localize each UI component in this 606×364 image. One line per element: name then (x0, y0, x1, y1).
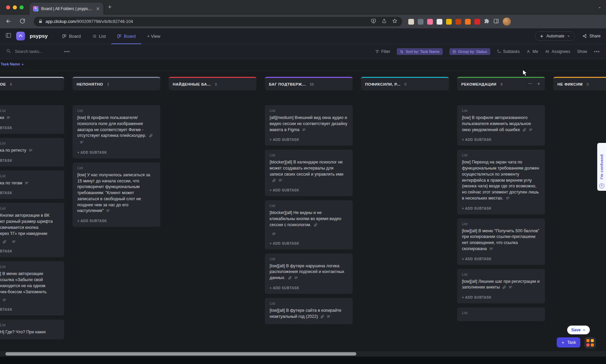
add-subtask-button[interactable]: + ADD SUBTASK (270, 138, 348, 142)
search-more-icon[interactable]: ••• (64, 49, 70, 54)
automate-button[interactable]: Automate (535, 31, 575, 41)
task-card[interactable]: List[blocker][all] В календаре психолог … (265, 150, 353, 196)
add-subtask-button[interactable]: BTASK (0, 308, 59, 311)
add-subtask-button[interactable]: BTASK (0, 159, 59, 162)
group-by-pill[interactable]: Group by: Status (449, 48, 490, 55)
tab-close-icon[interactable]: ✕ (96, 6, 100, 11)
extension-icon[interactable] (437, 19, 442, 25)
task-card[interactable]: List[low] В профиле пользователя/психоло… (73, 105, 160, 158)
sort-by-pill[interactable]: Sort by: Task Name (397, 48, 442, 55)
task-card[interactable]: List (457, 307, 545, 321)
task-card[interactable]: List[low] У нас получилось записаться за… (73, 162, 160, 227)
workspace-name[interactable]: psypsy (30, 33, 48, 39)
column-header[interactable]: БАГ ПОДТВЕРЖ...56 (265, 77, 353, 90)
scrollbar-thumb[interactable] (5, 352, 356, 356)
extension-icon[interactable] (418, 19, 423, 25)
sort-chip[interactable]: Task Name ▲ (1, 62, 24, 66)
me-filter-button[interactable]: Me (526, 49, 538, 54)
extension-icon[interactable] (465, 19, 471, 25)
add-subtask-button[interactable]: BTASK (0, 126, 59, 130)
column-header[interactable]: НАЙДЕННЫЕ БА...0 (169, 77, 256, 90)
toolbar-more-icon[interactable]: ••• (594, 49, 600, 54)
window-close-button[interactable] (6, 5, 10, 9)
subtasks-button[interactable]: Subtasks (497, 49, 520, 54)
sidebar-toggle-icon[interactable] (5, 32, 11, 40)
task-card[interactable]: List[low][all] В футере нарушена логика … (265, 253, 353, 294)
extension-icon[interactable] (427, 19, 433, 25)
task-card[interactable]: ListН] Где? Что? При каких (0, 320, 64, 339)
column-more-icon[interactable] (528, 81, 532, 87)
share-page-icon[interactable] (382, 19, 387, 25)
back-icon[interactable] (5, 18, 11, 26)
add-subtask-button[interactable]: + ADD SUBTASK (270, 286, 348, 290)
show-button[interactable]: Show (577, 49, 587, 54)
add-subtask-button[interactable]: + ADD SUBTASK (270, 188, 348, 192)
bookmark-star-icon[interactable] (392, 18, 397, 25)
search-input[interactable] (14, 49, 59, 54)
column-add-task-icon[interactable] (536, 81, 541, 87)
address-bar[interactable]: app.clickup.com/9002097798/v/b/8c92746-1… (34, 17, 402, 26)
view-tab-board-active[interactable]: Board (111, 28, 141, 44)
reload-icon[interactable] (20, 18, 25, 25)
task-card[interactable]: ListКнопки авторизации в ВКют разный раз… (0, 203, 64, 257)
filter-button[interactable]: Filter (375, 49, 390, 54)
add-subtask-button[interactable]: + ADD SUBTASK (462, 138, 540, 142)
profile-avatar[interactable] (503, 18, 511, 26)
add-subtask-button[interactable]: + ADD SUBTASK (270, 242, 348, 245)
description-icon (508, 285, 513, 291)
save-button[interactable]: Save (567, 326, 590, 334)
extension-icon[interactable] (446, 19, 452, 25)
horizontal-scrollbar[interactable] (0, 351, 606, 357)
extension-icon[interactable] (456, 19, 461, 25)
tab-search-chevron-icon[interactable]: ⌄ (598, 4, 601, 9)
feedback-button[interactable]: I'm confused ? (597, 143, 606, 191)
add-subtask-button[interactable]: BTASK (0, 191, 59, 195)
add-subtask-button[interactable]: + ADD SUBTASK (77, 151, 156, 154)
card-text: Кнопки авторизации в ВК (0, 213, 59, 219)
column-header[interactable]: НЕПОНЯТНО2 (73, 77, 160, 90)
assignees-button[interactable]: Assignees (545, 49, 570, 54)
task-card[interactable]: Listка по ретестуBTASK (0, 138, 64, 166)
column-title: НЕ ФИКСИМ (557, 82, 583, 86)
add-subtask-button[interactable]: + ADD SUBTASK (462, 257, 540, 261)
column-header[interactable]: РЕКОМЕНДАЦИИ9 (457, 77, 545, 90)
extension-icon[interactable] (408, 19, 414, 25)
column-header[interactable]: ОЕ6 (0, 77, 64, 90)
side-panel-icon[interactable] (493, 18, 499, 25)
new-tab-button[interactable]: + (108, 4, 112, 11)
quick-apps-button[interactable] (584, 337, 596, 348)
card-text: [low] У нас получилось записаться за 15 … (77, 172, 156, 215)
install-icon[interactable] (371, 18, 376, 25)
attachment-icon (149, 133, 153, 140)
task-card[interactable]: List[low] Переход на экран чата по функц… (457, 150, 545, 214)
task-card[interactable]: Listка по тегамBTASK (0, 171, 64, 199)
window-zoom-button[interactable] (20, 5, 24, 9)
task-card[interactable]: List[blocker][all] Не видны и не кликабе… (265, 200, 353, 249)
chevron-up-icon (582, 328, 586, 332)
extension-icon[interactable] (474, 19, 480, 25)
task-card[interactable]: List[low][all] В футере сайта в копирайт… (265, 298, 353, 325)
puzzle-icon[interactable] (484, 18, 490, 25)
task-card[interactable]: List[low][all] Лишние шаг при регистраци… (457, 269, 545, 304)
column-header[interactable]: НЕ ФИКСИМ0 (553, 77, 606, 90)
add-subtask-button[interactable]: + ADD SUBTASK (77, 219, 156, 223)
view-tab-list[interactable]: List (86, 28, 111, 44)
share-button[interactable]: Share (582, 34, 601, 38)
browser-tab[interactable]: ^ Board | All Folders | psypsy.onl ✕ (30, 3, 103, 15)
add-subtask-button[interactable]: BTASK (0, 249, 59, 253)
task-card[interactable]: ListкиBTASK (0, 105, 64, 134)
add-view-button[interactable]: + View (141, 28, 166, 44)
workspace-logo[interactable] (16, 32, 25, 40)
window-minimize-button[interactable] (13, 5, 17, 9)
search-icon (6, 49, 11, 55)
view-tab-board-required[interactable]: Board (56, 28, 86, 44)
board-column: НЕ ФИКСИМ0 (553, 77, 606, 105)
task-card[interactable]: List] В меню авторизацииссылка «Забыли с… (0, 261, 64, 315)
task-card[interactable]: List[all][medium] Внешний вид окна аудио… (265, 105, 353, 146)
add-task-button[interactable]: Task (557, 337, 580, 347)
task-card[interactable]: List[low] В профиле авторизованного поль… (457, 105, 545, 146)
task-card[interactable]: List[low][all] В меню "Получить 500 балл… (457, 218, 545, 265)
add-subtask-button[interactable]: + ADD SUBTASK (462, 296, 540, 299)
add-subtask-button[interactable]: + ADD SUBTASK (462, 207, 540, 210)
column-header[interactable]: ПОФИКСИЛИ, Р...0 (361, 77, 449, 90)
